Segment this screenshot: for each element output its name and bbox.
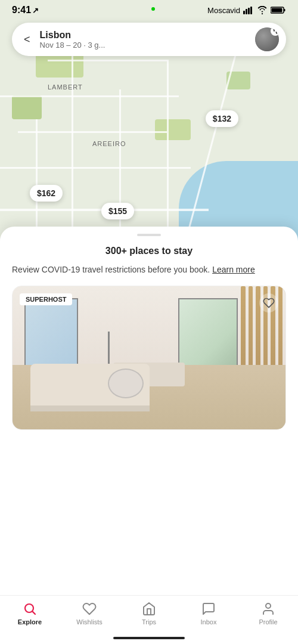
signal-icon (243, 6, 254, 14)
tab-wishlists[interactable]: Wishlists (72, 602, 107, 626)
sheet-title: 300+ places to stay (0, 236, 298, 264)
tab-explore-label: Explore (18, 618, 42, 626)
map-label-lambert: LAMBERT (48, 83, 83, 91)
map-label-areeiro: AREEIRO (92, 140, 126, 147)
tab-explore[interactable]: Explore (12, 602, 48, 626)
search-dates: Nov 18 – 20 · 3 g... (40, 41, 250, 49)
tab-trips[interactable]: Trips (131, 602, 167, 626)
svg-point-6 (266, 603, 271, 608)
svg-rect-10 (250, 7, 252, 14)
tab-trips-label: Trips (142, 618, 156, 626)
carrier-text: Moscavid (207, 6, 240, 15)
tab-inbox-label: Inbox (201, 618, 217, 626)
svg-rect-14 (272, 8, 283, 13)
filter-avatar[interactable] (255, 27, 279, 51)
room-window-left (24, 298, 78, 370)
svg-rect-13 (284, 9, 285, 11)
price-pin-162[interactable]: $162 (30, 185, 63, 202)
covid-learn-more-link[interactable]: Learn more (212, 265, 255, 274)
listing-card[interactable]: SUPERHOST (12, 286, 286, 430)
status-bar: 9:41↗ Moscavid (0, 0, 298, 18)
tab-profile[interactable]: Profile (250, 602, 286, 626)
room-table (108, 369, 144, 398)
listing-image: SUPERHOST (13, 286, 285, 429)
signal-green-dot (151, 7, 155, 11)
svg-line-5 (33, 612, 35, 614)
status-time: 9:41↗ (12, 5, 39, 16)
battery-icon (271, 6, 286, 14)
tab-wishlists-label: Wishlists (76, 618, 102, 626)
covid-notice: Review COVID-19 travel restrictions befo… (12, 264, 286, 276)
status-icons: Moscavid (207, 6, 286, 15)
search-bar[interactable]: < Lisbon Nov 18 – 20 · 3 g... (12, 23, 286, 56)
search-city: Lisbon (40, 30, 250, 41)
home-indicator (113, 637, 185, 639)
svg-rect-9 (248, 8, 250, 14)
price-pin-155[interactable]: $155 (101, 203, 134, 219)
price-pin-132[interactable]: $132 (206, 110, 238, 127)
svg-rect-8 (246, 9, 247, 14)
svg-rect-7 (243, 11, 245, 14)
bottom-sheet: 300+ places to stay Review COVID-19 trav… (0, 227, 298, 596)
wifi-icon (257, 6, 268, 14)
svg-point-11 (262, 13, 263, 14)
tab-profile-label: Profile (259, 618, 277, 626)
search-info: Lisbon Nov 18 – 20 · 3 g... (35, 30, 255, 49)
wishlist-button[interactable] (259, 293, 278, 312)
back-button[interactable]: < (19, 33, 35, 46)
superhost-badge: SUPERHOST (20, 293, 72, 305)
filter-icon (271, 27, 279, 36)
tab-inbox[interactable]: Inbox (191, 602, 226, 626)
